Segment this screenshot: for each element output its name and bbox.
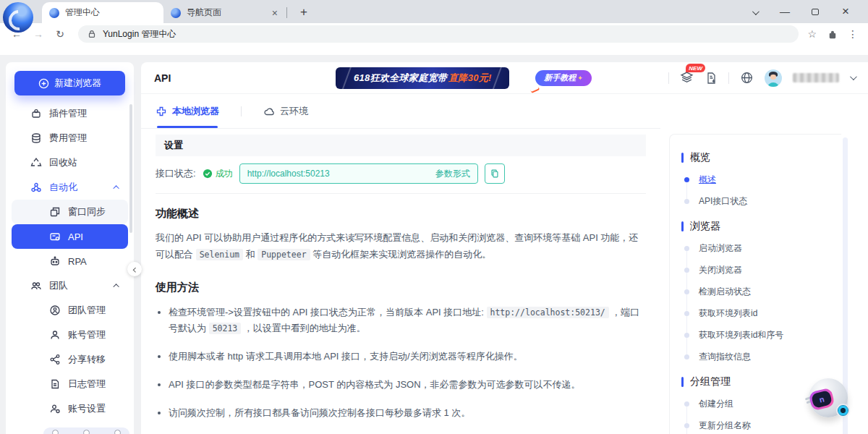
toc-item-close-browser[interactable]: 关闭浏览器 <box>681 259 841 281</box>
toc-item-query-fingerprint[interactable]: 查询指纹信息 <box>681 346 841 367</box>
menu-kebab-icon[interactable]: ⋮ <box>848 28 858 40</box>
api-icon <box>49 231 61 242</box>
usage-item: 使用脚本或者 http 请求工具调用本地 API 接口，支持启动/关闭浏览器等程… <box>169 349 646 365</box>
bookmark-star-icon[interactable]: ☆ <box>807 28 817 40</box>
sidebar-item-label: API <box>68 231 83 242</box>
sidebar-scrollbar[interactable] <box>129 104 132 233</box>
forward-icon[interactable]: → <box>29 28 48 40</box>
app-area: 新建浏览器 插件管理 费用管理 回收站 自动化 <box>0 55 868 434</box>
rpa-robot-icon <box>49 255 61 267</box>
url-field[interactable]: YunLogin 管理中心 <box>78 25 799 43</box>
sidebar-item-account-settings[interactable]: 账号设置 <box>12 396 128 421</box>
toc-items: 概述 API接口状态 <box>681 169 841 212</box>
sidebar-item-billing[interactable]: 费用管理 <box>12 126 128 150</box>
window-sync-icon <box>49 206 61 218</box>
tab-local-browser[interactable]: 本地浏览器 <box>156 94 219 128</box>
export-doc-icon[interactable] <box>705 72 718 85</box>
assistant-robot-mascot[interactable]: n <box>809 378 851 420</box>
tab-cloud-env[interactable]: 云环境 <box>263 94 308 128</box>
sidebar-item-log-manage[interactable]: 日志管理 <box>12 372 128 396</box>
copy-icon <box>490 169 500 179</box>
tab-favicon <box>171 8 181 18</box>
tab-title: 导航页面 <box>187 7 221 19</box>
chevron-down-icon[interactable] <box>850 73 857 80</box>
tab-title: 管理中心 <box>65 7 100 19</box>
share-icon <box>49 354 61 365</box>
window-controls: — × <box>739 0 861 23</box>
promo-banner[interactable]: 618狂欢全球家庭宽带直降30元! <box>336 67 509 89</box>
lock-icon <box>87 29 97 39</box>
toc-item-launch-browser[interactable]: 启动浏览器 <box>681 237 841 259</box>
sidebar-footer-bar[interactable] <box>43 427 129 434</box>
usage-list: 检查环境管理->设置按钮中的 API 接口状态为正常，当前版本 API 接口地址… <box>156 305 646 421</box>
sidebar-item-plugins[interactable]: 插件管理 <box>12 101 128 126</box>
new-browser-label: 新建浏览器 <box>54 77 101 90</box>
sidebar-item-label: 插件管理 <box>49 107 87 120</box>
sidebar-item-rpa[interactable]: RPA <box>12 249 128 273</box>
new-browser-button[interactable]: 新建浏览器 <box>14 71 125 95</box>
globe-icon[interactable] <box>740 71 754 85</box>
tutorial-badge-label: 新手教程 <box>544 72 576 83</box>
toc-item-get-env-id-seq[interactable]: 获取环境列表id和序号 <box>681 324 841 346</box>
settings-title: 设置 <box>164 139 183 152</box>
endpoint-field[interactable]: http://localhost:50213 参数形式 <box>239 163 478 184</box>
usage-item: 检查环境管理->设置按钮中的 API 接口状态为正常，当前版本 API 接口地址… <box>169 305 646 336</box>
sidebar-item-label: 账号设置 <box>68 402 106 415</box>
toc-item-get-env-id[interactable]: 获取环境列表id <box>681 302 841 324</box>
code-inline: 50213 <box>209 323 242 334</box>
extensions-puzzle-icon[interactable] <box>827 29 838 40</box>
sidebar-item-window-sync[interactable]: 窗口同步 <box>12 200 128 224</box>
addressbar-icons: ☆ ⋮ <box>807 28 861 40</box>
sidebar-item-recycle[interactable]: 回收站 <box>12 150 128 175</box>
tutorial-badge[interactable]: 新手教程 ✦ <box>535 70 592 86</box>
toc-item-detect-status[interactable]: 检测启动状态 <box>681 281 841 302</box>
browser-logo-icon <box>3 2 33 33</box>
username-redacted <box>793 73 839 82</box>
chevron-up-icon <box>113 284 119 289</box>
maximize-button[interactable] <box>800 6 830 17</box>
sidebar-item-account-manage[interactable]: 账号管理 <box>12 323 128 347</box>
sidebar-collapse-button[interactable] <box>127 262 142 276</box>
user-avatar[interactable] <box>765 69 782 87</box>
minimize-button[interactable]: — <box>770 6 800 17</box>
sidebar-item-team[interactable]: 团队 <box>12 273 128 298</box>
bookmark-strip <box>0 45 868 55</box>
promo-banner-highlight: 直降30元! <box>448 72 492 85</box>
browser-tabstrip: 管理中心 导航页面 × + — × <box>0 0 868 23</box>
cloud-icon <box>263 106 275 117</box>
automation-icon <box>30 182 42 193</box>
sidebar-item-automation[interactable]: 自动化 <box>12 175 128 200</box>
header-icons: NEW <box>668 69 855 87</box>
sidebar-item-label: 团队 <box>49 279 68 292</box>
puzzle-icon <box>30 108 42 119</box>
new-tab-button[interactable]: + <box>296 5 312 20</box>
code-inline: http://localhost:50213/ <box>487 307 609 318</box>
layers-icon[interactable]: NEW <box>680 71 694 85</box>
new-badge: NEW <box>686 64 705 72</box>
settings-section-header: 设置 <box>156 135 646 156</box>
browser-tab-nav[interactable]: 导航页面 × <box>163 2 285 23</box>
sidebar-item-label: 费用管理 <box>49 132 87 145</box>
section-bar <box>681 221 684 231</box>
toc-item-overview[interactable]: 概述 <box>681 169 841 190</box>
param-format-link[interactable]: 参数形式 <box>435 168 470 180</box>
window-dropdown-icon[interactable] <box>739 6 770 17</box>
screen: 管理中心 导航页面 × + — × ← → ↻ YunLogin 管理中心 ☆ … <box>0 0 868 434</box>
usage-item: 访问频次控制，所有接口都具备访问频次控制各接口每秒最多请求 1 次。 <box>169 405 646 421</box>
tab-close-icon[interactable]: × <box>272 8 278 18</box>
close-button[interactable]: × <box>830 4 861 19</box>
toc-item-api-status[interactable]: API接口状态 <box>681 190 841 212</box>
main-panel: API 618狂欢全球家庭宽带直降30元! 新手教程 ✦ NEW <box>141 62 868 434</box>
divider <box>241 106 242 116</box>
browser-tab-admin[interactable]: 管理中心 <box>42 2 163 23</box>
sidebar: 新建浏览器 插件管理 费用管理 回收站 自动化 <box>6 62 134 434</box>
sidebar-item-api[interactable]: API <box>12 224 128 249</box>
copy-button[interactable] <box>485 163 505 184</box>
reload-icon[interactable]: ↻ <box>51 28 69 40</box>
user-icon <box>49 329 61 341</box>
robot-visor: n <box>808 388 835 412</box>
sidebar-item-team-manage[interactable]: 团队管理 <box>12 298 128 323</box>
address-bar: ← → ↻ YunLogin 管理中心 ☆ ⋮ <box>0 23 868 45</box>
sidebar-item-share-transfer[interactable]: 分享转移 <box>12 347 128 372</box>
overview-title: 功能概述 <box>156 207 646 221</box>
